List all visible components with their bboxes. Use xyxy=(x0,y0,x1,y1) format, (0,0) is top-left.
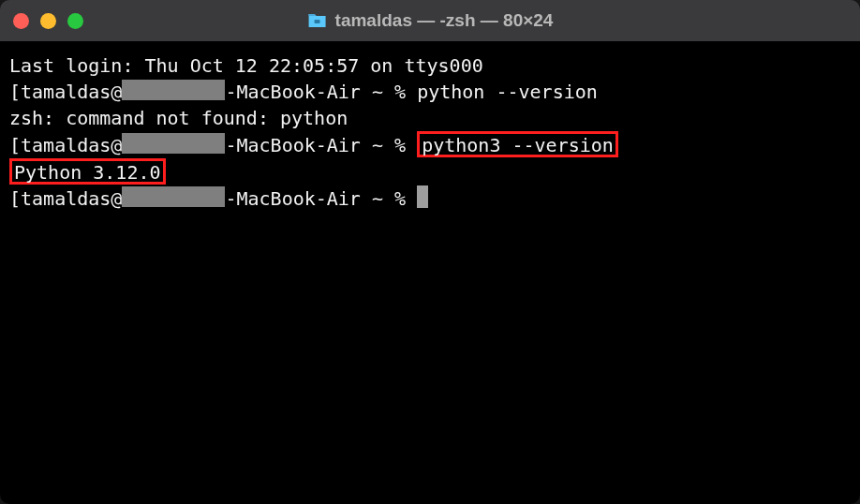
prompt-tail: ~ % xyxy=(361,187,417,210)
command-2: python3 --version xyxy=(422,134,614,156)
highlight-box-command: python3 --version xyxy=(417,131,618,157)
traffic-lights xyxy=(13,13,83,29)
prompt-host: -MacBook-Air xyxy=(225,134,361,156)
redacted-hostname xyxy=(122,133,225,154)
prompt-line-1: [tamaldas@-MacBook-Air ~ % python --vers… xyxy=(9,79,851,105)
minimize-button[interactable] xyxy=(40,13,56,29)
prompt-prefix: [tamaldas@ xyxy=(9,187,122,210)
maximize-button[interactable] xyxy=(67,13,83,29)
terminal-body[interactable]: Last login: Thu Oct 12 22:05:57 on ttys0… xyxy=(0,41,860,504)
cursor xyxy=(417,185,428,208)
output-line-2: Python 3.12.0 xyxy=(9,158,851,185)
output-2: Python 3.12.0 xyxy=(14,161,161,184)
terminal-window: tamaldas — -zsh — 80×24 Last login: Thu … xyxy=(0,0,860,504)
redacted-hostname xyxy=(122,80,225,100)
prompt-host: -MacBook-Air xyxy=(225,81,361,103)
prompt-tail: ~ % xyxy=(361,134,417,156)
error-line-1: zsh: command not found: python xyxy=(9,105,851,131)
prompt-host: -MacBook-Air xyxy=(225,187,361,210)
prompt-prefix: [tamaldas@ xyxy=(9,134,122,156)
last-login-line: Last login: Thu Oct 12 22:05:57 on ttys0… xyxy=(9,52,851,79)
close-button[interactable] xyxy=(13,13,29,29)
folder-icon xyxy=(307,12,328,29)
titlebar[interactable]: tamaldas — -zsh — 80×24 xyxy=(0,0,860,41)
prompt-prefix: [tamaldas@ xyxy=(9,81,122,103)
redacted-hostname xyxy=(122,186,225,207)
svg-rect-0 xyxy=(315,20,320,23)
window-title: tamaldas — -zsh — 80×24 xyxy=(335,10,554,31)
command-1: python --version xyxy=(417,81,598,103)
prompt-line-3: [tamaldas@-MacBook-Air ~ % xyxy=(9,185,851,212)
window-title-container: tamaldas — -zsh — 80×24 xyxy=(307,10,554,31)
prompt-tail: ~ % xyxy=(361,81,417,103)
prompt-line-2: [tamaldas@-MacBook-Air ~ % python3 --ver… xyxy=(9,131,851,158)
highlight-box-output: Python 3.12.0 xyxy=(9,158,166,185)
